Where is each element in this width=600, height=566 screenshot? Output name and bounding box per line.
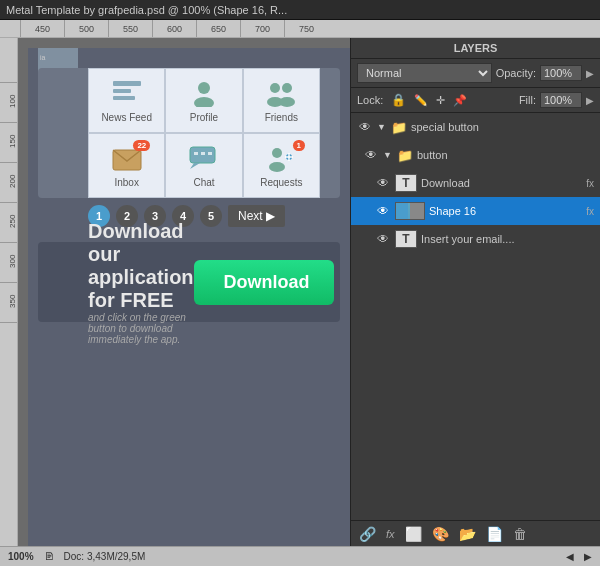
next-arrow-icon: ▶ [266,209,275,223]
layer-item-special-button[interactable]: 👁 ▼ 📁 special button [351,113,600,141]
fill-arrow-icon[interactable]: ▶ [586,95,594,106]
lock-label: Lock: [357,94,383,106]
next-button[interactable]: Next ▶ [228,205,285,227]
layer-name-email: Insert your email.... [421,233,594,245]
social-cell-inbox[interactable]: 22 Inbox [88,133,165,198]
profile-icon [186,78,222,108]
v-ruler-mark: 250 [0,203,17,243]
main-container: 100 150 200 250 300 350 ia ofile. ench. … [0,38,600,546]
opacity-input[interactable] [540,65,582,81]
download-button[interactable]: Download [194,260,334,305]
opacity-arrow-icon[interactable]: ▶ [586,68,594,79]
link-layers-button[interactable]: 🔗 [357,524,378,544]
layers-title: LAYERS [454,42,498,54]
v-ruler-mark: 200 [0,163,17,203]
layer-item-shape16[interactable]: 👁 Shape 16 fx [351,197,600,225]
canvas-area: ia ofile. ench. ork [18,38,350,546]
v-ruler-mark: 150 [0,123,17,163]
blend-row: Normal Opacity: ▶ [351,59,600,88]
layers-panel: LAYERS Normal Opacity: ▶ Lock: 🔒 ✏️ ✛ 📌 … [350,38,600,546]
layers-toolbar: 🔗 fx ⬜ 🎨 📂 📄 🗑 [351,520,600,546]
eye-icon[interactable]: 👁 [375,175,391,191]
v-ruler-mark: 350 [0,283,17,323]
social-cell-newsfeed[interactable]: News Feed [88,68,165,133]
social-cell-friends[interactable]: Friends [243,68,320,133]
layer-name-button: button [417,149,594,161]
svg-rect-12 [194,152,198,155]
svg-point-4 [194,97,214,107]
scroll-arrow-right[interactable]: ▶ [584,551,592,562]
download-subtext: and click on the green button to downloa… [88,312,194,345]
news-feed-label: News Feed [101,112,152,123]
design-canvas: ia ofile. ench. ork [28,48,350,546]
svg-point-7 [282,83,292,93]
layers-panel-title: LAYERS [351,38,600,59]
social-cell-chat[interactable]: Chat [165,133,242,198]
layers-list: 👁 ▼ 📁 special button 👁 ▼ 📁 button 👁 T Do… [351,113,600,520]
lock-row: Lock: 🔒 ✏️ ✛ 📌 Fill: ▶ [351,88,600,113]
ruler-mark: 600 [152,20,196,37]
download-heading: Download our application for FREE [88,220,194,312]
profile-label: Profile [190,112,218,123]
fill-row: Fill: ▶ [519,92,594,108]
next-label: Next [238,209,263,223]
adjustment-layer-button[interactable]: ⬜ [403,524,424,544]
svg-point-8 [279,97,295,107]
svg-rect-13 [201,152,205,155]
inbox-badge: 22 [133,140,150,151]
new-layer-button[interactable]: 📄 [484,524,505,544]
doc-icon: 🖹 [44,551,54,562]
layer-name-download: Download [421,177,582,189]
layer-item-button[interactable]: 👁 ▼ 📁 button [351,141,600,169]
group-layers-button[interactable]: 📂 [457,524,478,544]
layer-thumb-text: T [395,174,417,192]
download-btn-label: Download [224,272,310,292]
svg-point-5 [270,83,280,93]
folder-icon: 📁 [391,120,407,135]
v-ruler-mark: 100 [0,83,17,123]
svg-rect-1 [113,89,131,93]
requests-label: Requests [260,177,302,188]
layer-effects-button[interactable]: fx [384,526,397,542]
news-feed-icon [109,78,145,108]
friends-label: Friends [265,112,298,123]
layer-thumb-shape [395,202,425,220]
title-bar: Metal Template by grafpedia.psd @ 100% (… [0,0,600,20]
layer-item-download[interactable]: 👁 T Download fx [351,169,600,197]
layer-name-special-button: special button [411,121,594,133]
eye-icon[interactable]: 👁 [363,147,379,163]
fx-label: fx [586,178,594,189]
delete-layer-button[interactable]: 🗑 [511,524,529,544]
social-cell-profile[interactable]: Profile [165,68,242,133]
folder-icon: 📁 [397,148,413,163]
fx-label-shape: fx [586,206,594,217]
social-cell-requests[interactable]: 1 Requests [243,133,320,198]
svg-point-3 [198,82,210,94]
svg-point-16 [269,162,285,172]
status-bar: 100% 🖹 Doc: 3,43M/29,5M ◀ ▶ [0,546,600,566]
layer-item-email[interactable]: 👁 T Insert your email.... [351,225,600,253]
scroll-arrow-left[interactable]: ◀ [566,551,574,562]
blend-mode-select[interactable]: Normal [357,63,492,83]
social-widget: News Feed Profile [38,68,340,198]
download-section: Download our application for FREE and cl… [38,242,340,322]
move-icon[interactable]: ✛ [436,94,445,107]
opacity-label: Opacity: [496,67,536,79]
eye-icon[interactable]: 👁 [375,203,391,219]
doc-info: Doc: 3,43M/29,5M [64,551,146,562]
profile-item: ia [40,54,76,61]
eye-icon[interactable]: 👁 [375,231,391,247]
horizontal-ruler: 450 500 550 600 650 700 750 [0,20,600,38]
mask-button[interactable]: 🎨 [430,524,451,544]
ruler-mark: 750 [284,20,328,37]
eye-icon[interactable]: 👁 [357,119,373,135]
svg-marker-11 [190,163,200,169]
lock-icon[interactable]: 🔒 [391,93,406,107]
fill-input[interactable] [540,92,582,108]
brush-icon[interactable]: ✏️ [414,94,428,107]
download-text-group: Download our application for FREE and cl… [88,220,194,345]
page-5-button[interactable]: 5 [200,205,222,227]
social-grid: News Feed Profile [88,68,320,198]
position-icon[interactable]: 📌 [453,94,467,107]
chat-icon [186,143,222,173]
